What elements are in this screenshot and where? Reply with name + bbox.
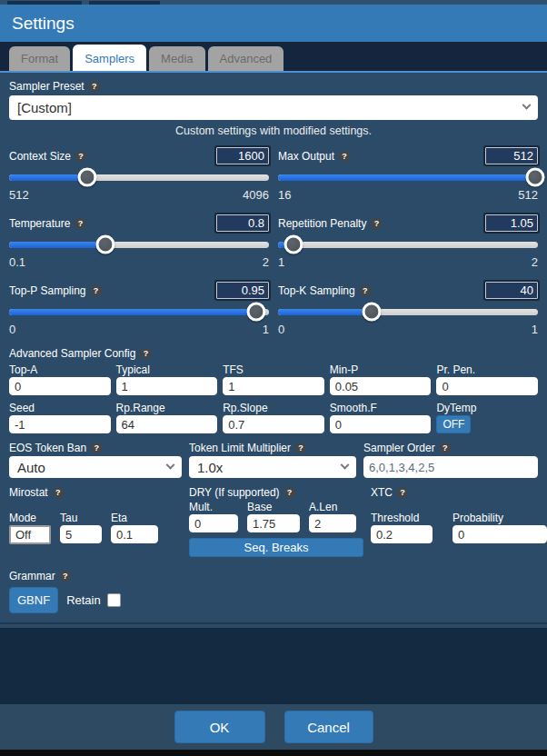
dytemp-toggle[interactable]: OFF xyxy=(436,415,471,433)
tab-format[interactable]: Format xyxy=(9,46,70,71)
sampler-order-input[interactable] xyxy=(363,456,538,478)
dry-base-input[interactable] xyxy=(247,514,300,532)
slider-track[interactable] xyxy=(278,174,538,181)
context-size-value-input[interactable] xyxy=(216,147,269,164)
help-icon[interactable]: ? xyxy=(60,571,71,582)
eos-token-ban-select[interactable]: Auto xyxy=(9,456,182,478)
slider-track[interactable] xyxy=(278,309,538,315)
slider-max-label: 512 xyxy=(518,188,538,202)
dialog-header: Settings xyxy=(0,5,547,42)
slider-thumb[interactable] xyxy=(246,303,265,322)
seed-label: Seed xyxy=(9,402,111,415)
max-output-slider[interactable] xyxy=(278,167,538,187)
slider-track[interactable] xyxy=(9,309,269,315)
token-limit-multiplier-select[interactable]: 1.0x xyxy=(189,456,356,478)
settings-dialog: Settings Format Samplers Media Advanced … xyxy=(0,0,547,756)
help-icon[interactable]: ? xyxy=(295,443,306,453)
mirostat-tau-input[interactable] xyxy=(60,525,102,543)
dry-mult-input[interactable] xyxy=(189,514,238,532)
help-icon[interactable]: ? xyxy=(360,285,371,296)
help-icon[interactable]: ? xyxy=(91,285,102,296)
preset-description: Custom settings with modified settings. xyxy=(9,124,538,137)
chevron-down-icon xyxy=(341,460,350,469)
slider-fill xyxy=(9,309,256,315)
cancel-button[interactable]: Cancel xyxy=(284,711,373,743)
help-icon[interactable]: ? xyxy=(75,218,85,229)
typical-input[interactable] xyxy=(116,377,218,395)
smooth-f-input[interactable] xyxy=(330,415,432,433)
top-p-value-input[interactable] xyxy=(216,282,269,299)
help-icon[interactable]: ? xyxy=(89,81,100,92)
tab-advanced[interactable]: Advanced xyxy=(208,46,284,71)
xtc-threshold-input[interactable] xyxy=(371,525,433,543)
dry-alen-input[interactable] xyxy=(309,514,356,532)
retain-label: Retain xyxy=(66,593,101,607)
page-title: Settings xyxy=(12,14,75,34)
top-a-input[interactable] xyxy=(9,377,111,395)
temperature-slider[interactable] xyxy=(9,234,269,254)
help-icon[interactable]: ? xyxy=(339,151,350,162)
gbnf-button[interactable]: GBNF xyxy=(9,587,58,613)
mirostat-eta-input[interactable] xyxy=(111,525,158,543)
slider-thumb[interactable] xyxy=(95,235,114,254)
chevron-down-icon xyxy=(166,460,175,469)
seed-input[interactable] xyxy=(9,415,111,433)
eos-token-ban-value: Auto xyxy=(17,460,45,475)
slider-thumb[interactable] xyxy=(526,168,545,187)
slider-thumb[interactable] xyxy=(362,303,381,322)
retain-checkbox[interactable] xyxy=(107,593,121,607)
help-icon[interactable]: ? xyxy=(397,487,408,498)
dry-group: DRY (If supported)? Mult. Base A.Len Seq… xyxy=(189,486,363,557)
help-icon[interactable]: ? xyxy=(91,443,102,453)
min-p-label: Min-P xyxy=(330,363,432,377)
slider-thumb[interactable] xyxy=(77,168,96,187)
slider-max-label: 1 xyxy=(263,323,269,336)
tab-samplers[interactable]: Samplers xyxy=(73,45,146,71)
rep-slope-input[interactable] xyxy=(223,415,324,433)
xtc-probability-input[interactable] xyxy=(453,525,547,543)
mirostat-eta-label: Eta xyxy=(111,512,158,525)
top-k-slider[interactable] xyxy=(278,302,538,322)
repetition-penalty-value-input[interactable] xyxy=(485,214,538,232)
tfs-input[interactable] xyxy=(223,377,324,395)
sampler-preset-select[interactable]: [Custom] xyxy=(9,95,538,120)
top-k-value-input[interactable] xyxy=(485,282,538,299)
samplers-panel: Sampler Preset ? [Custom] Custom setting… xyxy=(0,73,547,622)
mirostat-title: Mirostat xyxy=(9,486,48,499)
repetition-penalty-slider[interactable] xyxy=(278,234,538,254)
sampler-preset-value: [Custom] xyxy=(17,100,72,115)
rep-range-label: Rp.Range xyxy=(116,402,218,415)
slider-track[interactable] xyxy=(9,174,269,181)
slider-block-repetition-penalty: Repetition Penalty? 1 2 xyxy=(278,214,538,269)
slider-block-max-output: Max Output? 16 512 xyxy=(278,146,538,202)
slider-track[interactable] xyxy=(9,242,269,248)
tab-media[interactable]: Media xyxy=(149,46,204,71)
seq-breaks-button[interactable]: Seq. Breaks xyxy=(189,538,363,557)
slider-track[interactable] xyxy=(278,242,538,248)
ok-button[interactable]: OK xyxy=(174,711,265,743)
slider-min-label: 0 xyxy=(9,323,15,336)
max-output-value-input[interactable] xyxy=(485,147,538,164)
tab-bar: Format Samplers Media Advanced xyxy=(0,42,547,73)
help-icon[interactable]: ? xyxy=(440,443,451,453)
slider-thumb[interactable] xyxy=(284,235,303,254)
help-icon[interactable]: ? xyxy=(284,487,295,498)
help-icon[interactable]: ? xyxy=(371,218,382,229)
top-p-slider[interactable] xyxy=(9,302,269,322)
temperature-value-input[interactable] xyxy=(216,214,269,232)
min-p-input[interactable] xyxy=(330,377,432,395)
slider-min-label: 16 xyxy=(278,188,291,202)
presence-penalty-label: Pr. Pen. xyxy=(436,363,538,377)
help-icon[interactable]: ? xyxy=(140,348,151,359)
slider-min-label: 0 xyxy=(278,323,284,336)
context-size-slider[interactable] xyxy=(9,167,269,187)
help-icon[interactable]: ? xyxy=(53,487,64,498)
mirostat-mode-input[interactable] xyxy=(9,525,51,544)
xtc-group: XTC? Threshold Probability xyxy=(371,486,547,557)
help-icon[interactable]: ? xyxy=(75,151,86,162)
rep-range-input[interactable] xyxy=(116,415,218,433)
tfs-label: TFS xyxy=(223,363,324,377)
presence-penalty-input[interactable] xyxy=(436,377,538,395)
slider-min-label: 1 xyxy=(278,255,284,269)
xtc-probability-label: Probability xyxy=(453,512,547,525)
